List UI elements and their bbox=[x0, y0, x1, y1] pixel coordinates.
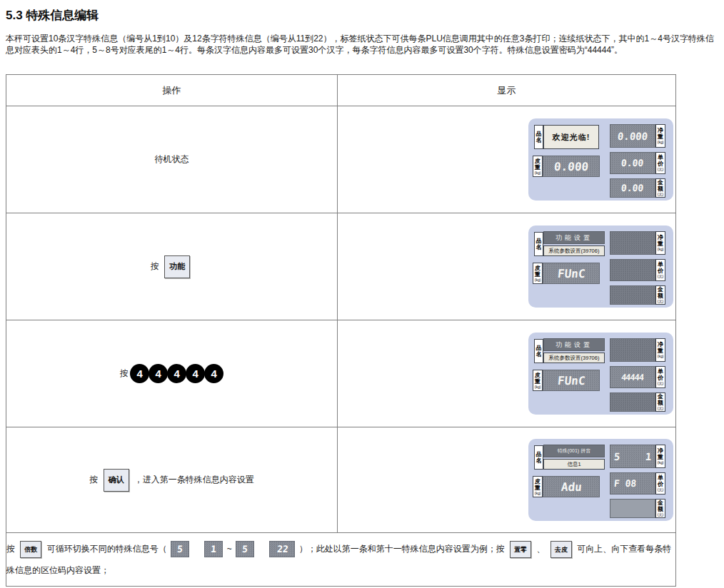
amount-label: 金额(元) bbox=[655, 499, 665, 518]
unit-price-display: 0.00 bbox=[610, 152, 655, 174]
function-title-display: 功能设置 系统参数设置(39706) bbox=[543, 231, 605, 256]
function-title-display: 功能设置 系统参数设置(39706) bbox=[543, 338, 605, 363]
function-key-button: 功能 bbox=[164, 255, 190, 278]
product-name-label: 品名 bbox=[534, 339, 543, 363]
tare-key-button: 去皮 bbox=[550, 541, 572, 558]
seg-digit-box: 5 bbox=[171, 541, 189, 557]
amount-display-off bbox=[610, 392, 655, 412]
operation-cell-44444: 按 44444 bbox=[6, 320, 338, 427]
confirm-instruction: ，进入第一条特殊信息内容设置 bbox=[134, 475, 254, 485]
amount-label: 金额(元) bbox=[655, 178, 665, 198]
message-band-text: 特殊(001) 拼音 bbox=[543, 445, 605, 457]
scale-display-panel-func: 品名 功能设置 系统参数设置(39706) 皮重(kg) FUnC 净重(kg)… bbox=[528, 225, 673, 308]
manual-page: 5.3 特殊信息编辑 本秤可设置10条汉字特殊信息（编号从1到10）及12条字符… bbox=[0, 0, 724, 588]
press-label: 按 bbox=[120, 368, 129, 378]
function-band-text: 功能设置 bbox=[543, 338, 605, 351]
zero-key-button: 置零 bbox=[510, 541, 531, 558]
unit-price-label: 单价(元) bbox=[655, 472, 665, 495]
net-weight-display: 51 bbox=[610, 445, 655, 468]
function-sub-text: 系统参数设置(39706) bbox=[543, 353, 605, 363]
display-cell-func: 品名 功能设置 系统参数设置(39706) 皮重(kg) FUnC 净重(kg)… bbox=[338, 213, 676, 320]
net-weight-label: 净重(kg) bbox=[655, 231, 665, 255]
operation-cell-func: 按 功能 bbox=[6, 213, 338, 320]
note-text: ）；此处以第一条和第十一特殊信息内容设置为例；按 bbox=[299, 544, 505, 554]
function-sub-text: 系统参数设置(39706) bbox=[543, 245, 605, 256]
scale-display-panel-password: 品名 功能设置 系统参数设置(39706) 皮重(kg) FUnC 净重(kg)… bbox=[528, 333, 673, 415]
table-row: 按 倍数 可循环切换不同的特殊信息号（ 5 1 ~ 5 22 ）；此处以第一条和… bbox=[6, 533, 676, 587]
unit-price-label: 单价(元) bbox=[655, 259, 665, 281]
press-label: 按 bbox=[89, 475, 98, 485]
net-weight-display-off bbox=[610, 231, 655, 255]
standby-state-label: 待机状态 bbox=[155, 154, 189, 164]
message-title-display: 特殊(001) 拼音 信息1 bbox=[543, 445, 605, 470]
column-header-display: 显示 bbox=[338, 75, 676, 106]
unit-price-display-off bbox=[610, 259, 655, 281]
digit-4-key: 4 bbox=[167, 364, 186, 383]
tare-weight-display: FUnC bbox=[543, 370, 600, 391]
scale-display-panel-standby: 品名 欢迎光临! 皮重(kg) 0.000 0.000 净重(kg) 0.00 … bbox=[528, 118, 673, 201]
table-row: 待机状态 品名 欢迎光临! 皮重(kg) 0.000 0.000 净重(kg) … bbox=[6, 106, 676, 213]
unit-price-display: F 08 bbox=[610, 472, 655, 495]
tare-weight-label: 皮重(kg) bbox=[533, 263, 543, 284]
display-cell-44444: 品名 功能设置 系统参数设置(39706) 皮重(kg) FUnC 净重(kg)… bbox=[338, 320, 676, 427]
table-row: 按 确认 ，进入第一条特殊信息内容设置 品名 特殊(001) 拼音 信息1 皮重… bbox=[6, 427, 676, 533]
product-name-label: 品名 bbox=[534, 125, 543, 149]
product-name-label: 品名 bbox=[534, 232, 543, 256]
net-weight-label: 净重(kg) bbox=[655, 124, 665, 148]
note-text: 按 bbox=[6, 544, 15, 554]
function-band-text: 功能设置 bbox=[543, 231, 605, 244]
display-cell-standby: 品名 欢迎光临! 皮重(kg) 0.000 0.000 净重(kg) 0.00 … bbox=[338, 106, 676, 213]
press-label: 按 bbox=[151, 261, 159, 271]
amount-label: 金额(元) bbox=[655, 392, 665, 412]
amount-display: 0.00 bbox=[610, 178, 655, 198]
net-weight-display-off bbox=[610, 338, 655, 362]
display-cell-confirm: 品名 特殊(001) 拼音 信息1 皮重(kg) Adu 51 净重(kg) F… bbox=[338, 427, 676, 533]
amount-display-blank bbox=[610, 499, 655, 518]
note-text: 、 bbox=[536, 544, 545, 554]
seg-digit-box: 5 bbox=[236, 541, 254, 557]
tare-weight-display: FUnC bbox=[543, 263, 600, 284]
tare-weight-display: 0.000 bbox=[543, 156, 600, 177]
amount-display-off bbox=[610, 285, 655, 305]
tare-weight-display: Adu bbox=[543, 476, 600, 497]
net-weight-label: 净重(kg) bbox=[655, 338, 665, 362]
message-sub-text: 信息1 bbox=[543, 459, 605, 470]
product-name-label: 品名 bbox=[534, 445, 543, 470]
seg-digit-box: 22 bbox=[269, 541, 295, 557]
seg-digit-box: 1 bbox=[204, 541, 223, 557]
unit-price-display: 44444 bbox=[610, 366, 655, 388]
unit-price-label: 单价(元) bbox=[655, 366, 665, 388]
multiple-key-button: 倍数 bbox=[20, 541, 41, 558]
column-header-operation: 操作 bbox=[6, 75, 338, 106]
digit-4-key: 4 bbox=[204, 364, 223, 383]
table-row: 按 功能 品名 功能设置 系统参数设置(39706) 皮重(kg) FUnC 净… bbox=[6, 213, 676, 320]
section-title: 5.3 特殊信息编辑 bbox=[6, 7, 724, 24]
table-row: 按 44444 品名 功能设置 系统参数设置(39706) 皮重(kg) FUn… bbox=[6, 320, 676, 427]
digit-4-key: 4 bbox=[149, 364, 168, 383]
table-header-row: 操作 显示 bbox=[6, 75, 676, 106]
confirm-key-button: 确认 bbox=[104, 469, 129, 492]
operation-cell-confirm: 按 确认 ，进入第一条特殊信息内容设置 bbox=[6, 427, 338, 533]
digit-4-key: 4 bbox=[186, 364, 205, 383]
operation-display-table: 操作 显示 待机状态 品名 欢迎光临! 皮重(kg) 0.000 0.000 净… bbox=[6, 74, 676, 587]
net-weight-display: 0.000 bbox=[610, 124, 655, 148]
tare-weight-label: 皮重(kg) bbox=[533, 156, 543, 177]
net-weight-label: 净重(kg) bbox=[655, 445, 665, 468]
scale-display-panel-message: 品名 特殊(001) 拼音 信息1 皮重(kg) Adu 51 净重(kg) F… bbox=[528, 439, 673, 521]
operation-cell-standby: 待机状态 bbox=[6, 106, 338, 213]
digit-4-key: 4 bbox=[130, 364, 149, 383]
unit-price-label: 单价(元) bbox=[655, 152, 665, 174]
note-cell: 按 倍数 可循环切换不同的特殊信息号（ 5 1 ~ 5 22 ）；此处以第一条和… bbox=[6, 533, 676, 587]
amount-label: 金额(元) bbox=[655, 285, 665, 305]
tilde-text: ~ bbox=[227, 544, 232, 554]
tare-weight-label: 皮重(kg) bbox=[533, 476, 543, 497]
product-name-display: 欢迎光临! bbox=[543, 125, 599, 149]
tare-weight-label: 皮重(kg) bbox=[533, 370, 543, 391]
note-text: 可循环切换不同的特殊信息号（ bbox=[47, 544, 167, 554]
intro-paragraph: 本秤可设置10条汉字特殊信息（编号从1到10）及12条字符特殊信息（编号从11到… bbox=[6, 33, 718, 56]
